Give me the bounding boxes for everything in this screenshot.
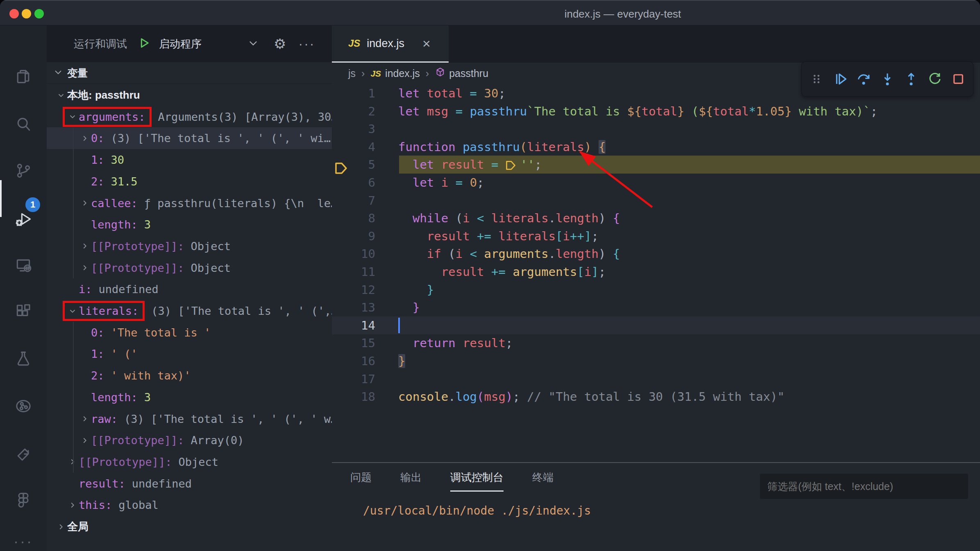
code-line[interactable]: 15 return result;: [332, 334, 980, 352]
vscode-window: index.js — everyday-test 1··· 运行和调试 启动程序…: [0, 0, 980, 551]
code-editor[interactable]: 1let total = 30;2let msg = passthru`The …: [0, 84, 980, 462]
breadcrumb-symbol[interactable]: passthru: [449, 68, 488, 79]
line-number[interactable]: 12: [332, 281, 375, 299]
line-number[interactable]: 9: [332, 227, 375, 245]
current-line-highlight: [332, 316, 980, 334]
panel-tab-[interactable]: 输出: [400, 470, 422, 492]
line-number[interactable]: 8: [332, 209, 375, 227]
code-line[interactable]: 18console.log(msg); // "The total is 30 …: [332, 388, 980, 406]
window-title: index.js — everyday-test: [545, 8, 701, 20]
code-line[interactable]: 12 }: [332, 281, 980, 299]
line-number[interactable]: 15: [332, 334, 375, 352]
ellipsis-icon[interactable]: ···: [298, 36, 315, 52]
variable-value: undefined: [132, 477, 192, 490]
line-number[interactable]: 3: [332, 120, 375, 138]
line-number[interactable]: 2: [332, 102, 375, 120]
js-icon: JS: [348, 38, 360, 49]
debug-console-filter-input[interactable]: [760, 474, 968, 499]
code-line[interactable]: 7: [332, 192, 980, 210]
code-line[interactable]: 11 result += arguments[i];: [332, 263, 980, 281]
tab-index-js[interactable]: JS index.js ×: [332, 25, 449, 63]
breadcrumb-file[interactable]: index.js: [385, 68, 420, 79]
editor-tab-bar: JS index.js ×: [332, 25, 980, 63]
line-number[interactable]: 16: [332, 352, 375, 370]
chevron-right-icon[interactable]: [55, 522, 67, 531]
line-number[interactable]: 10: [332, 245, 375, 263]
figma-icon[interactable]: [11, 488, 35, 512]
code-line[interactable]: 3: [332, 120, 980, 138]
run-and-debug-label: 运行和调试: [74, 37, 127, 51]
code-line[interactable]: 6 let i = 0;: [332, 174, 980, 192]
code-line[interactable]: 10 if (i < arguments.length) {: [332, 245, 980, 263]
step-out-icon[interactable]: [902, 70, 920, 88]
grip-icon[interactable]: [808, 70, 826, 88]
stop-icon[interactable]: [949, 70, 967, 88]
gear-icon[interactable]: ⚙: [274, 36, 286, 52]
variable-name: 全局: [67, 519, 88, 534]
line-number[interactable]: 17: [332, 370, 375, 388]
variable-name: result:: [79, 477, 125, 490]
panel-tab-[interactable]: 问题: [350, 470, 372, 492]
chevron-down-icon[interactable]: [247, 37, 259, 50]
continue-icon[interactable]: [831, 70, 849, 88]
tab-label: index.js: [367, 37, 404, 50]
line-number[interactable]: 13: [332, 298, 375, 316]
close-icon[interactable]: ×: [422, 36, 431, 50]
breadcrumb-folder[interactable]: js: [348, 68, 356, 79]
code-line[interactable]: 16}: [332, 352, 980, 370]
minimize-window-button[interactable]: [22, 9, 31, 18]
variables-section-header[interactable]: 变量: [47, 62, 332, 84]
variable-value: global: [118, 499, 159, 511]
panel-tab-active[interactable]: 调试控制台: [450, 470, 504, 492]
line-number[interactable]: 11: [332, 263, 375, 281]
text-cursor: [398, 318, 400, 333]
start-debug-play-icon[interactable]: [138, 36, 151, 51]
panel-tab-[interactable]: 终端: [532, 470, 554, 492]
launch-config-label[interactable]: 启动程序: [159, 37, 202, 51]
variable-row[interactable]: this:global: [47, 494, 332, 516]
debug-step-marker-icon: [506, 158, 516, 172]
variables-title: 变量: [67, 66, 88, 80]
line-number[interactable]: 4: [332, 138, 375, 156]
code-line[interactable]: 5 let result = '';: [332, 156, 980, 174]
bottom-panel: 问题输出调试控制台终端 /usr/local/bin/node ./js/ind…: [332, 462, 980, 551]
variable-row[interactable]: result:undefined: [47, 473, 332, 495]
code-line[interactable]: 9 result += literals[i++];: [332, 227, 980, 245]
panel-tabs: 问题输出调试控制台终端: [350, 470, 554, 492]
code-line[interactable]: 4function passthru(literals) {: [332, 138, 980, 156]
debug-sidebar-header: 运行和调试 启动程序 ⚙ ···: [47, 25, 332, 62]
debug-console-output: /usr/local/bin/node ./js/index.js: [363, 504, 591, 517]
code-line[interactable]: 17: [332, 370, 980, 388]
title-bar: index.js — everyday-test: [0, 0, 980, 25]
variable-name: this:: [79, 499, 112, 511]
maximize-window-button[interactable]: [34, 9, 44, 18]
code-line[interactable]: 2let msg = passthru`The total is ${total…: [332, 102, 980, 120]
line-number[interactable]: 5: [332, 156, 375, 174]
line-number[interactable]: 18: [332, 388, 375, 406]
line-number[interactable]: 1: [332, 84, 375, 102]
close-window-button[interactable]: [9, 9, 19, 18]
step-over-icon[interactable]: [855, 70, 873, 88]
code-line[interactable]: 13 }: [332, 298, 980, 316]
step-into-icon[interactable]: [878, 70, 896, 88]
code-line[interactable]: 14: [332, 316, 980, 334]
chevron-down-icon: [53, 67, 63, 79]
code-line[interactable]: 8 while (i < literals.length) {: [332, 209, 980, 227]
symbol-class-cube-icon: [435, 67, 446, 80]
variable-row[interactable]: 全局: [47, 516, 332, 537]
line-number[interactable]: 7: [332, 192, 375, 210]
debug-toolbar: [801, 61, 973, 97]
js-icon: JS: [370, 69, 381, 79]
line-number[interactable]: 14: [332, 316, 375, 334]
restart-icon[interactable]: [926, 70, 944, 88]
more-actions-icon[interactable]: ···: [11, 533, 35, 550]
chevron-right-icon[interactable]: [66, 501, 79, 510]
line-number[interactable]: 6: [332, 174, 375, 192]
